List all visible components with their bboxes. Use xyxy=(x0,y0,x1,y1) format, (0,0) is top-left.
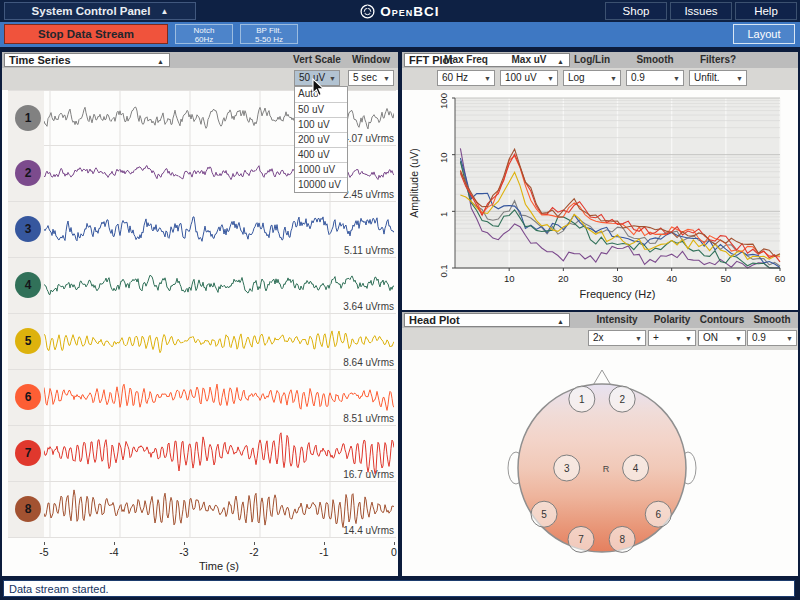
chevron-down-icon: ▼ xyxy=(547,72,554,86)
vert-scale-option[interactable]: 50 uV xyxy=(295,102,347,117)
channel-row: 814.4 uVrms xyxy=(8,482,396,538)
system-control-panel-label: System Control Panel xyxy=(32,5,151,17)
openbci-logo-text: OpenBCI xyxy=(380,4,439,19)
window-value: 5 sec xyxy=(353,72,377,83)
chevron-down-icon: ▼ xyxy=(610,72,617,86)
max-freq-dropdown[interactable]: 60 Hz ▼ xyxy=(437,70,495,86)
bandpass-filter-button[interactable]: BP Filt. 5-50 Hz xyxy=(240,24,298,44)
status-bar: Data stream started. xyxy=(3,580,795,597)
time-axis-tick: -4 xyxy=(109,546,118,558)
channel-row: 716.7 uVrms xyxy=(8,426,396,482)
head-smooth-label: Smooth xyxy=(747,314,797,325)
channel-toggle-3[interactable]: 3 xyxy=(15,216,41,242)
channel-toggle-7[interactable]: 7 xyxy=(15,440,41,466)
reference-electrode-label: R xyxy=(603,464,610,474)
fft-smooth-dropdown[interactable]: 0.9 ▼ xyxy=(626,70,684,86)
log-lin-dropdown[interactable]: Log ▼ xyxy=(563,70,621,86)
channel-toggle-8[interactable]: 8 xyxy=(15,496,41,522)
notch-filter-button[interactable]: Notch 60Hz xyxy=(175,24,233,44)
fft-chart: 1020304050601001010.1Amplitude (uV)Frequ… xyxy=(402,90,798,310)
shop-button[interactable]: Shop xyxy=(605,2,667,20)
electrode-number: 6 xyxy=(655,509,661,520)
log-lin-value: Log xyxy=(568,72,585,83)
toolbar: Stop Data Stream Notch 60Hz BP Filt. 5-5… xyxy=(0,22,800,47)
time-axis-tickmark xyxy=(184,542,185,545)
polarity-dropdown[interactable]: + ▼ xyxy=(648,330,696,346)
filters-dropdown[interactable]: Unfilt. ▼ xyxy=(689,70,747,86)
channel-row: 68.51 uVrms xyxy=(8,370,396,426)
vert-scale-option-list: Auto50 uV100 uV200 uV400 uV1000 uV10000 … xyxy=(294,86,348,193)
vert-scale-option[interactable]: 10000 uV xyxy=(295,177,347,192)
fft-header: FFT Plot ▲ Max Freq Max uV Log/Lin Smoot… xyxy=(402,52,798,68)
time-axis-tick: -5 xyxy=(39,546,48,558)
channel-waveform xyxy=(44,370,394,426)
contours-dropdown[interactable]: ON ▼ xyxy=(698,330,746,346)
channel-rms-value: 2.45 uVrms xyxy=(343,189,394,200)
openbci-coil-icon xyxy=(360,4,375,19)
channel-toggle-2[interactable]: 2 xyxy=(15,160,41,186)
fft-y-tick: 10 xyxy=(438,152,449,163)
electrode-number: 5 xyxy=(541,509,547,520)
system-control-panel-button[interactable]: System Control Panel ▲ xyxy=(4,2,196,20)
vert-scale-option[interactable]: 1000 uV xyxy=(295,162,347,177)
vert-scale-value: 50 uV xyxy=(299,72,325,83)
time-series-header: Time Series ▲ Vert Scale Window xyxy=(2,52,398,68)
window-dropdown[interactable]: 5 sec ▼ xyxy=(348,70,394,86)
fft-panel: FFT Plot ▲ Max Freq Max uV Log/Lin Smoot… xyxy=(402,52,798,310)
chevron-down-icon: ▼ xyxy=(329,72,336,86)
chevron-down-icon: ▼ xyxy=(484,72,491,86)
vert-scale-option[interactable]: Auto xyxy=(295,87,347,102)
channel-toggle-1[interactable]: 1 xyxy=(15,105,41,131)
head-plot-widget-dropdown[interactable]: Head Plot ▲ xyxy=(404,313,570,327)
channel-row: 58.64 uVrms xyxy=(8,314,396,370)
electrode-number: 1 xyxy=(579,394,585,405)
help-button[interactable]: Help xyxy=(735,2,797,20)
bandpass-line1: BP Filt. xyxy=(256,26,282,35)
channel-row: 35.11 uVrms xyxy=(8,202,396,258)
max-uv-dropdown[interactable]: 100 uV ▼ xyxy=(500,70,558,86)
vert-scale-dropdown[interactable]: 50 uV ▼ xyxy=(294,70,340,86)
vert-scale-option[interactable]: 400 uV xyxy=(295,147,347,162)
stop-data-stream-button[interactable]: Stop Data Stream xyxy=(4,24,168,44)
vert-scale-option[interactable]: 100 uV xyxy=(295,117,347,132)
chevron-down-icon: ▼ xyxy=(673,72,680,86)
fft-x-tick: 40 xyxy=(666,273,677,284)
fft-x-tick: 30 xyxy=(612,273,623,284)
notch-line2: 60Hz xyxy=(195,35,214,44)
chevron-down-icon: ▼ xyxy=(786,332,793,346)
fft-x-tick: 50 xyxy=(721,273,732,284)
chevron-down-icon: ▼ xyxy=(735,332,742,346)
fft-y-axis-label: Amplitude (uV) xyxy=(408,148,420,217)
layout-button[interactable]: Layout xyxy=(733,24,795,44)
polarity-value: + xyxy=(653,332,659,343)
vert-scale-option[interactable]: 200 uV xyxy=(295,132,347,147)
head-smooth-dropdown[interactable]: 0.9 ▼ xyxy=(747,330,797,346)
time-axis-tick: -1 xyxy=(319,546,328,558)
fft-x-tick: 60 xyxy=(775,273,786,284)
issues-button[interactable]: Issues xyxy=(670,2,732,20)
fft-x-axis-label: Frequency (Hz) xyxy=(580,288,656,300)
head-topography: R12345678 xyxy=(402,350,798,576)
head-plot-title: Head Plot xyxy=(409,314,460,326)
chevron-down-icon: ▼ xyxy=(685,332,692,346)
channel-toggle-4[interactable]: 4 xyxy=(15,272,41,298)
top-bar: System Control Panel ▲ OpenBCI Shop Issu… xyxy=(0,0,800,22)
channel-toggle-5[interactable]: 5 xyxy=(15,328,41,354)
shop-label: Shop xyxy=(623,5,650,17)
max-freq-label: Max Freq xyxy=(437,54,495,65)
channel-rms-value: 5.11 uVrms xyxy=(344,245,394,256)
channel-toggle-6[interactable]: 6 xyxy=(15,384,41,410)
time-series-widget-dropdown[interactable]: Time Series ▲ xyxy=(4,53,170,67)
channel-waveform xyxy=(44,202,394,258)
head-plot-panel: Head Plot ▲ Intensity Polarity Contours … xyxy=(402,312,798,576)
intensity-dropdown[interactable]: 2x ▼ xyxy=(588,330,646,346)
max-uv-value: 100 uV xyxy=(505,72,537,83)
window-label: Window xyxy=(346,54,396,65)
time-axis-tickmark xyxy=(254,542,255,545)
fft-y-tick: 0.1 xyxy=(438,264,449,277)
time-axis-tickmark xyxy=(324,542,325,545)
log-lin-label: Log/Lin xyxy=(563,54,621,65)
channel-waveform xyxy=(44,426,394,482)
time-axis-tickmark xyxy=(114,542,115,545)
channel-rms-value: 3.64 uVrms xyxy=(343,301,394,312)
